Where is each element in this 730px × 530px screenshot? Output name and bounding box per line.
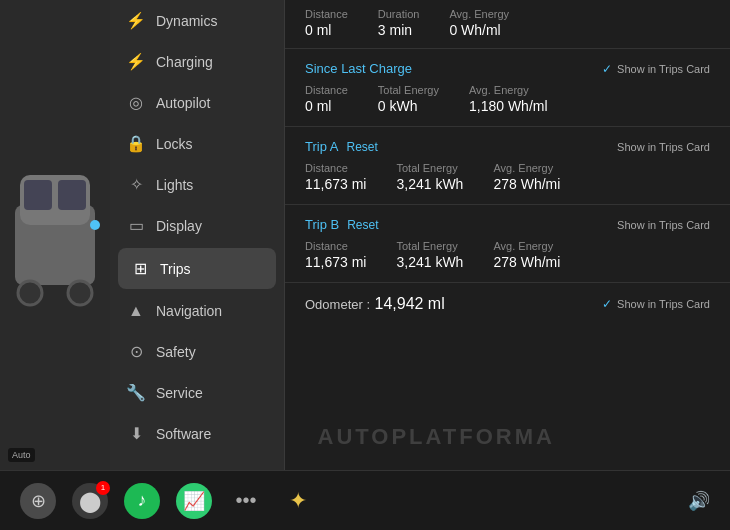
slc-total-energy-value: 0 kWh (378, 98, 439, 114)
since-last-charge-title: Since Last Charge (305, 61, 412, 76)
trip-b-reset-button[interactable]: Reset (347, 218, 378, 232)
sidebar-label-autopilot: Autopilot (156, 95, 210, 111)
spotify-icon-button[interactable]: ♪ (124, 483, 160, 519)
trip-a-header: Trip A Reset Show in Trips Card (305, 139, 710, 154)
trip-a-distance-value: 11,673 mi (305, 176, 366, 192)
taskbar-right: 🔊 (688, 490, 710, 512)
display-icon: ▭ (126, 216, 146, 235)
sidebar-item-autopilot[interactable]: ◎ Autopilot (110, 82, 284, 123)
trip-a-total-energy-value: 3,241 kWh (396, 176, 463, 192)
spotify-symbol: ♪ (138, 490, 147, 511)
camera-badge: 1 (96, 481, 110, 495)
trip-b-total-energy-value: 3,241 kWh (396, 254, 463, 270)
trip-a-avg-energy-label: Avg. Energy (493, 162, 560, 174)
odometer-label: Odometer : (305, 297, 370, 312)
trip-b-show-label: Show in Trips Card (617, 219, 710, 231)
trip-b-total-energy: Total Energy 3,241 kWh (396, 240, 463, 270)
trip-b-avg-energy-label: Avg. Energy (493, 240, 560, 252)
sidebar-item-locks[interactable]: 🔒 Locks (110, 123, 284, 164)
camera-icon-button[interactable]: ⬤ 1 (72, 483, 108, 519)
trip-a-avg-energy-value: 278 Wh/mi (493, 176, 560, 192)
since-last-charge-header: Since Last Charge ✓ Show in Trips Card (305, 61, 710, 76)
sidebar-label-trips: Trips (160, 261, 191, 277)
lock-icon: 🔒 (126, 134, 146, 153)
software-icon: ⬇ (126, 424, 146, 443)
trips-icon: ⊞ (130, 259, 150, 278)
sidebar: ⚡ Dynamics ⚡ Charging ◎ Autopilot 🔒 Lock… (110, 0, 285, 470)
trip-a-avg-energy: Avg. Energy 278 Wh/mi (493, 162, 560, 192)
slc-distance-label: Distance (305, 84, 348, 96)
sidebar-label-charging: Charging (156, 54, 213, 70)
trip-b-avg-energy: Avg. Energy 278 Wh/mi (493, 240, 560, 270)
odometer-show-trips[interactable]: ✓ Show in Trips Card (602, 297, 710, 311)
odometer-value: 14,942 ml (374, 295, 444, 312)
current-duration-value: 3 min (378, 22, 420, 38)
current-trip-stats: Distance 0 ml Duration 3 min Avg. Energy… (285, 0, 730, 49)
safety-icon: ⊙ (126, 342, 146, 361)
sidebar-label-safety: Safety (156, 344, 196, 360)
current-distance-value: 0 ml (305, 22, 348, 38)
trip-a-distance: Distance 11,673 mi (305, 162, 366, 192)
volume-icon-button[interactable]: 🔊 (688, 490, 710, 512)
slc-total-energy-label: Total Energy (378, 84, 439, 96)
taskbar-left: ⊕ ⬤ 1 ♪ 📈 ••• ✦ (20, 483, 316, 519)
sidebar-item-charging[interactable]: ⚡ Charging (110, 41, 284, 82)
odometer-row: Odometer : 14,942 ml ✓ Show in Trips Car… (285, 283, 730, 325)
current-avg-energy-label: Avg. Energy (449, 8, 509, 20)
slc-distance: Distance 0 ml (305, 84, 348, 114)
slc-avg-energy-label: Avg. Energy (469, 84, 548, 96)
puzzle-icon-button[interactable]: ✦ (280, 483, 316, 519)
trip-a-reset-button[interactable]: Reset (346, 140, 377, 154)
trip-b-section: Trip B Reset Show in Trips Card Distance… (285, 205, 730, 283)
taskbar: ⊕ ⬤ 1 ♪ 📈 ••• ✦ 🔊 (0, 470, 730, 530)
trip-a-show-trips[interactable]: Show in Trips Card (617, 141, 710, 153)
current-duration: Duration 3 min (378, 8, 420, 38)
sidebar-item-dynamics[interactable]: ⚡ Dynamics (110, 0, 284, 41)
current-avg-energy: Avg. Energy 0 Wh/ml (449, 8, 509, 38)
svg-point-4 (18, 281, 42, 305)
current-distance: Distance 0 ml (305, 8, 348, 38)
globe-symbol: ⊕ (31, 490, 46, 512)
sidebar-item-software[interactable]: ⬇ Software (110, 413, 284, 454)
sidebar-item-safety[interactable]: ⊙ Safety (110, 331, 284, 372)
svg-rect-2 (24, 180, 52, 210)
sidebar-item-service[interactable]: 🔧 Service (110, 372, 284, 413)
chart-symbol: 📈 (183, 490, 205, 512)
trip-a-show-label: Show in Trips Card (617, 141, 710, 153)
puzzle-symbol: ✦ (289, 488, 307, 514)
trip-b-distance: Distance 11,673 mi (305, 240, 366, 270)
trip-b-stats: Distance 11,673 mi Total Energy 3,241 kW… (305, 240, 710, 270)
since-last-charge-show-trips[interactable]: ✓ Show in Trips Card (602, 62, 710, 76)
more-options-button[interactable]: ••• (228, 483, 264, 519)
sidebar-label-locks: Locks (156, 136, 193, 152)
trip-b-total-energy-label: Total Energy (396, 240, 463, 252)
sidebar-label-display: Display (156, 218, 202, 234)
since-last-charge-stats: Distance 0 ml Total Energy 0 kWh Avg. En… (305, 84, 710, 114)
sidebar-item-navigation[interactable]: ▲ Navigation (110, 291, 284, 331)
trip-a-title: Trip A (305, 139, 338, 154)
trip-a-stats: Distance 11,673 mi Total Energy 3,241 kW… (305, 162, 710, 192)
sidebar-label-service: Service (156, 385, 203, 401)
odometer-checkmark: ✓ (602, 297, 612, 311)
sidebar-item-display[interactable]: ▭ Display (110, 205, 284, 246)
globe-icon-button[interactable]: ⊕ (20, 483, 56, 519)
slc-total-energy: Total Energy 0 kWh (378, 84, 439, 114)
slc-avg-energy-value: 1,180 Wh/ml (469, 98, 548, 114)
since-last-charge-show-label: Show in Trips Card (617, 63, 710, 75)
sidebar-item-lights[interactable]: ✧ Lights (110, 164, 284, 205)
current-duration-label: Duration (378, 8, 420, 20)
autopilot-icon: ◎ (126, 93, 146, 112)
since-last-charge-checkmark: ✓ (602, 62, 612, 76)
trip-a-section: Trip A Reset Show in Trips Card Distance… (285, 127, 730, 205)
charging-icon: ⚡ (126, 52, 146, 71)
car-svg (10, 145, 100, 325)
trip-b-title: Trip B (305, 217, 339, 232)
sidebar-item-wifi[interactable]: 〜 Wi-Fi (110, 454, 284, 470)
current-avg-energy-value: 0 Wh/ml (449, 22, 509, 38)
trip-a-total-energy: Total Energy 3,241 kWh (396, 162, 463, 192)
chart-icon-button[interactable]: 📈 (176, 483, 212, 519)
dots-symbol: ••• (235, 489, 256, 512)
sidebar-item-trips[interactable]: ⊞ Trips (118, 248, 276, 289)
trip-b-show-trips[interactable]: Show in Trips Card (617, 219, 710, 231)
sidebar-label-navigation: Navigation (156, 303, 222, 319)
